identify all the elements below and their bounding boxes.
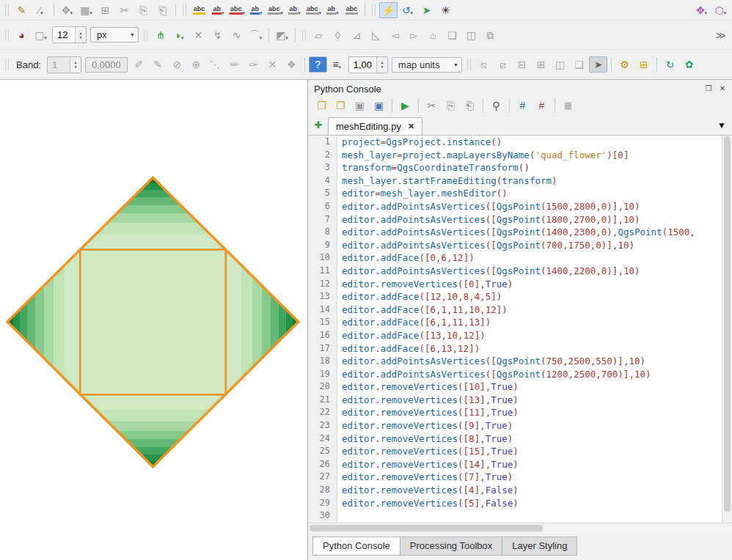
save-button[interactable]: ▣	[351, 97, 369, 114]
vscroll-handle[interactable]	[724, 136, 731, 512]
shape-window-button[interactable]: ◫	[462, 27, 480, 43]
uncomment-button[interactable]: #	[532, 97, 551, 114]
font-size-spinner[interactable]: 12▲▼	[52, 26, 87, 43]
dock-tab-python-console[interactable]: Python Console	[312, 537, 400, 556]
label-red-slash-button[interactable]: ab▾	[209, 2, 227, 18]
open-external-button[interactable]: ❐	[332, 97, 350, 114]
text-annotation-button[interactable]: ◕	[12, 27, 31, 43]
cut-features-button[interactable]: ✂	[115, 2, 133, 18]
find-text-button[interactable]: ⚲	[487, 97, 505, 114]
label-grey-3-button[interactable]: abc▾	[304, 2, 323, 18]
box-plus-button[interactable]: ⊞	[532, 56, 550, 73]
toolbar-handle[interactable]	[5, 29, 9, 41]
pencil-button[interactable]: ✎	[149, 56, 167, 73]
run-script-button[interactable]: ▶	[396, 97, 414, 114]
layer-green-button[interactable]: ◗▾	[170, 27, 189, 43]
tab-close-icon[interactable]: ✕	[408, 122, 414, 131]
wave-line-button[interactable]: ∿	[227, 27, 246, 43]
label-grey-5-button[interactable]: abc	[343, 2, 361, 18]
expand-more-button[interactable]: ≫	[711, 27, 730, 43]
open-script-button[interactable]: ❒	[312, 97, 331, 114]
toolbar-handle[interactable]	[302, 29, 306, 41]
spider-tool-button[interactable]: ✳	[436, 2, 455, 18]
label-grey-4-button[interactable]: ab▾	[323, 2, 342, 18]
diamond-tool-button[interactable]: ❖	[282, 56, 301, 73]
box-frame-button[interactable]: ❏	[570, 56, 588, 73]
toolbar-handle[interactable]	[467, 59, 471, 70]
toolbar-handle[interactable]	[144, 29, 147, 41]
vertex-tool-button[interactable]: ✥▾	[692, 2, 711, 18]
delete-x-button[interactable]: ✕	[189, 27, 208, 43]
shape-parallelogram-button[interactable]: ▱	[310, 27, 328, 43]
toolbar-handle[interactable]	[5, 4, 9, 16]
add-node-button[interactable]: ⊕	[187, 56, 205, 73]
spinner-arrows[interactable]: ▲▼	[376, 57, 387, 73]
refresh-button[interactable]: ↻	[661, 56, 679, 73]
move-feature-button[interactable]: ✥▾	[58, 2, 76, 18]
branch-green-button[interactable]: ⋔	[151, 27, 169, 43]
processing-run-button[interactable]: ➤	[417, 2, 436, 18]
new-tab-button[interactable]: ✚	[311, 119, 326, 130]
editor-tab[interactable]: meshEditing.py ✕	[328, 117, 422, 135]
label-red-button[interactable]: abc▾	[228, 2, 246, 18]
slash-digitize-button[interactable]: ∕▾	[32, 2, 50, 18]
close-panel-button[interactable]: ✕	[717, 84, 728, 94]
editor-hscrollbar[interactable]	[308, 523, 732, 533]
attributes-table-button[interactable]: ⊞	[96, 2, 114, 18]
tab-list-button[interactable]: ▼	[714, 120, 729, 130]
flower-button[interactable]: ✿	[680, 56, 698, 73]
spinner-arrows[interactable]: ▲▼	[75, 27, 86, 43]
prohibit-button[interactable]: ⊘	[168, 56, 186, 73]
paste-button[interactable]: ⎗	[461, 97, 479, 114]
shape-overlay-button[interactable]: ⧉	[481, 27, 499, 43]
menu-lines-button[interactable]: ≡▾	[328, 56, 346, 73]
shape-diamond-button[interactable]: ◊	[329, 27, 347, 43]
copy-features-button[interactable]: ⎘	[134, 2, 153, 18]
label-grey-1-button[interactable]: abc▾	[266, 2, 285, 18]
grid-tool-button[interactable]: ▦▾	[77, 2, 95, 18]
draw-nib-button[interactable]: ✐	[130, 56, 148, 73]
cut-button[interactable]: ✂	[422, 97, 441, 114]
cross-lines-button[interactable]: ↯	[208, 27, 227, 43]
clear-x-button[interactable]: ✕	[263, 56, 282, 73]
settings-gear-button[interactable]: ⚙	[615, 56, 634, 73]
dots-diagonal-button[interactable]: ⋱	[206, 56, 224, 73]
map-units-combo[interactable]: map units▼	[392, 57, 462, 73]
spinner-down-icon[interactable]: ▼	[76, 35, 86, 40]
toolbar-handle[interactable]	[5, 59, 9, 70]
topology-tool-button[interactable]: ⬡▾	[711, 2, 730, 18]
overlap-left-button[interactable]: ⧅	[475, 56, 493, 73]
copy-button[interactable]: ⎘	[442, 97, 460, 114]
object-inspector-button[interactable]: ≣	[559, 97, 577, 114]
label-grey-2-button[interactable]: ab▾	[285, 2, 304, 18]
shape-frame-button[interactable]: ❏	[443, 27, 461, 43]
comment-button[interactable]: #	[513, 97, 532, 114]
size-units-combo[interactable]: px▼	[90, 27, 139, 43]
shape-triangle-b-button[interactable]: ◺	[367, 27, 385, 43]
add-preset-button[interactable]: ⊞	[634, 56, 653, 73]
shape-right-button[interactable]: ▻	[405, 27, 423, 43]
save-as-button[interactable]: ▣	[370, 97, 388, 114]
spinner-down-icon[interactable]: ▼	[377, 65, 387, 69]
shape-left-button[interactable]: ◅	[386, 27, 404, 43]
label-yellow-button[interactable]: abc	[190, 2, 208, 18]
current-edits-button[interactable]: ✎	[12, 2, 31, 18]
code-editor[interactable]: 1project=QgsProject.instance()2mesh_laye…	[308, 136, 722, 523]
plugin-active-button[interactable]: ⚡	[379, 2, 398, 18]
dock-tab-layer-styling[interactable]: Layer Styling	[502, 537, 577, 556]
box-split-button[interactable]: ◫	[551, 56, 569, 73]
stroke-width-spinner[interactable]: 1,00▲▼	[348, 56, 388, 73]
label-blue-button[interactable]: ab▾	[247, 2, 266, 18]
undo-button[interactable]: ↺▾	[398, 2, 417, 18]
apply-arrow-button[interactable]: ➤	[589, 56, 607, 73]
float-panel-button[interactable]: ❐	[703, 84, 714, 94]
map-canvas[interactable]	[0, 80, 308, 560]
half-fill-square-button[interactable]: ◩▾	[273, 27, 291, 43]
shape-triangle-a-button[interactable]: ⊿	[348, 27, 366, 43]
hscroll-handle[interactable]	[310, 525, 543, 531]
arc-segment-button[interactable]: ⌒▾	[246, 27, 265, 43]
pencil-3-button[interactable]: ✑	[244, 56, 263, 73]
dock-tab-processing-toolbox[interactable]: Processing Toolbox	[400, 537, 503, 556]
toolbar-handle[interactable]	[372, 4, 376, 16]
pencil-2-button[interactable]: ✏	[225, 56, 244, 73]
